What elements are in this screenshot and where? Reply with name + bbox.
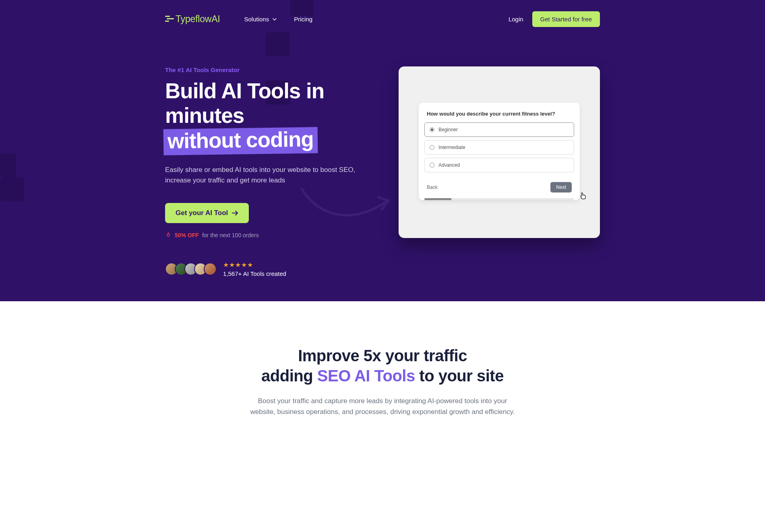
option-label: Advanced	[438, 162, 460, 168]
promo-discount: 50% OFF	[175, 232, 199, 238]
section2-title: Improve 5x your traffic adding SEO AI To…	[24, 346, 741, 386]
nav-pricing[interactable]: Pricing	[294, 16, 312, 23]
demo-preview-card: How would you describe your current fitn…	[399, 66, 600, 238]
hero-title-line1: Build AI Tools in	[165, 79, 324, 103]
promo-banner: 50% OFF for the next 100 orders	[165, 232, 366, 238]
section2-title-line2a: adding	[261, 367, 317, 385]
option-label: Intermediate	[438, 145, 465, 150]
arrow-right-icon	[232, 210, 238, 216]
nav-solutions[interactable]: Solutions	[244, 16, 277, 23]
radio-icon	[430, 145, 434, 150]
login-link[interactable]: Login	[509, 16, 523, 23]
hero-description: Easily share or embed AI tools into your…	[165, 165, 366, 186]
tools-created-count: 1,567+ AI Tools created	[223, 270, 286, 277]
option-advanced[interactable]: Advanced	[424, 158, 574, 172]
logo-icon	[165, 16, 172, 23]
radio-icon	[430, 163, 434, 168]
navbar: TypeflowAI Solutions Pricing Login Get S…	[165, 0, 600, 38]
section2-title-line1: Improve 5x your traffic	[298, 347, 467, 364]
question-text: How would you describe your current fitn…	[419, 111, 580, 122]
get-started-button[interactable]: Get Started for free	[532, 11, 600, 27]
promo-text: for the next 100 orders	[202, 232, 259, 238]
progress-fill	[424, 198, 451, 200]
section2-title-line2c: to your site	[415, 367, 504, 385]
progress-bar	[424, 198, 574, 200]
avatar-group	[165, 263, 217, 275]
hero-eyebrow: The #1 AI Tools Generator	[165, 66, 366, 73]
nav-solutions-label: Solutions	[244, 16, 269, 23]
hero-title: Build AI Tools in minutes without coding	[165, 79, 366, 154]
decor-block	[0, 153, 16, 177]
logo[interactable]: TypeflowAI	[165, 14, 220, 25]
logo-text: TypeflowAI	[176, 14, 220, 25]
section2-highlight: SEO AI Tools	[317, 367, 415, 385]
section2-description: Boost your traffic and capture more lead…	[250, 395, 515, 417]
social-proof: ★★★★★ 1,567+ AI Tools created	[165, 261, 366, 277]
hero-title-highlight: without coding	[163, 127, 318, 155]
get-your-ai-tool-button[interactable]: Get your AI Tool	[165, 203, 249, 223]
radio-selected-icon	[430, 127, 434, 132]
hero-title-line2a: minutes	[165, 104, 244, 127]
form-card: How would you describe your current fitn…	[419, 103, 580, 200]
hero-cta-label: Get your AI Tool	[176, 209, 228, 217]
star-rating-icon: ★★★★★	[223, 261, 286, 269]
hero-section: TypeflowAI Solutions Pricing Login Get S…	[0, 0, 765, 301]
decor-block	[0, 177, 24, 201]
traffic-section: Improve 5x your traffic adding SEO AI To…	[0, 301, 765, 441]
curve-arrow-icon	[298, 185, 395, 226]
nav-pricing-label: Pricing	[294, 16, 312, 23]
next-button[interactable]: Next	[550, 182, 572, 193]
option-intermediate[interactable]: Intermediate	[424, 140, 574, 155]
option-beginner[interactable]: Beginner	[424, 122, 574, 137]
back-button[interactable]: Back	[427, 184, 438, 190]
chevron-down-icon	[272, 17, 277, 22]
option-label: Beginner	[438, 127, 458, 132]
avatar	[204, 263, 217, 275]
flame-icon	[165, 232, 172, 238]
